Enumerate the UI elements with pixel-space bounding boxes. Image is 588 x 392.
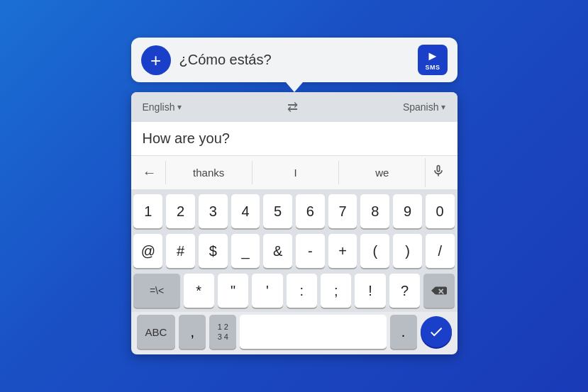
key-5[interactable]: 5 bbox=[263, 194, 292, 228]
key-3[interactable]: 3 bbox=[199, 194, 228, 228]
key-hash[interactable]: # bbox=[166, 234, 195, 268]
mic-button[interactable] bbox=[425, 158, 451, 187]
phone-ui: + ¿Cómo estás? ► SMS English ▾ ⇄ Spanish… bbox=[124, 38, 465, 354]
key-colon[interactable]: : bbox=[287, 274, 317, 308]
key-apostrophe[interactable]: ' bbox=[252, 274, 282, 308]
period-key[interactable]: . bbox=[390, 315, 417, 349]
abc-label: ABC bbox=[145, 326, 167, 338]
symbol-row-1: @ # $ _ & - + ( ) / bbox=[134, 234, 455, 268]
suggestion-1[interactable]: thanks bbox=[165, 161, 252, 184]
send-sms-button[interactable]: ► SMS bbox=[418, 45, 447, 75]
key-semicolon[interactable]: ; bbox=[321, 274, 351, 308]
bottom-row: ABC , 1 2 3 4 . bbox=[131, 312, 457, 354]
key-open-paren[interactable]: ( bbox=[360, 234, 389, 268]
add-button[interactable]: + bbox=[141, 45, 171, 75]
abc-key[interactable]: ABC bbox=[137, 315, 176, 349]
language-row: English ▾ ⇄ Spanish ▾ bbox=[131, 92, 457, 122]
source-language-label: English bbox=[143, 101, 175, 113]
key-quote[interactable]: " bbox=[218, 274, 248, 308]
plus-icon: + bbox=[150, 51, 161, 69]
swap-icon: ⇄ bbox=[287, 99, 298, 115]
swap-languages-button[interactable]: ⇄ bbox=[287, 99, 298, 115]
backspace-key[interactable] bbox=[423, 274, 454, 308]
suggestions-row: ← thanks I we bbox=[131, 156, 457, 190]
key-slash[interactable]: / bbox=[426, 234, 455, 268]
key-4[interactable]: 4 bbox=[231, 194, 260, 228]
key-7[interactable]: 7 bbox=[328, 194, 357, 228]
key-question[interactable]: ? bbox=[389, 274, 420, 308]
key-1[interactable]: 1 bbox=[133, 194, 162, 228]
backspace-suggestion-button[interactable]: ← bbox=[137, 159, 162, 186]
period-label: . bbox=[401, 324, 406, 340]
target-chevron-icon: ▾ bbox=[441, 102, 445, 112]
sms-bar: + ¿Cómo estás? ► SMS bbox=[131, 38, 457, 82]
key-underscore[interactable]: _ bbox=[231, 234, 260, 268]
symbol-row-2: =\< * " ' : ; ! ? bbox=[134, 274, 455, 308]
comma-key[interactable]: , bbox=[179, 315, 206, 349]
num-top: 1 2 bbox=[218, 322, 228, 332]
key-plus[interactable]: + bbox=[328, 234, 357, 268]
target-language-label: Spanish bbox=[403, 101, 439, 113]
key-ampersand[interactable]: & bbox=[263, 234, 292, 268]
key-0[interactable]: 0 bbox=[426, 194, 455, 228]
num-bot: 3 4 bbox=[218, 332, 228, 342]
key-at[interactable]: @ bbox=[133, 234, 162, 268]
target-language-selector[interactable]: Spanish ▾ bbox=[403, 101, 446, 113]
keyboard-panel: English ▾ ⇄ Spanish ▾ How are you? ← tha… bbox=[131, 92, 457, 354]
sms-label: SMS bbox=[425, 64, 440, 71]
num-key[interactable]: 1 2 3 4 bbox=[209, 315, 236, 349]
translate-input[interactable]: How are you? bbox=[131, 122, 457, 156]
send-arrow-icon: ► bbox=[426, 49, 439, 64]
source-language-selector[interactable]: English ▾ bbox=[143, 101, 182, 113]
source-chevron-icon: ▾ bbox=[177, 102, 182, 112]
space-key[interactable] bbox=[240, 315, 386, 349]
done-button[interactable] bbox=[421, 316, 452, 347]
key-8[interactable]: 8 bbox=[360, 194, 389, 228]
key-exclamation[interactable]: ! bbox=[355, 274, 385, 308]
key-2[interactable]: 2 bbox=[166, 194, 195, 228]
key-minus[interactable]: - bbox=[296, 234, 325, 268]
key-close-paren[interactable]: ) bbox=[393, 234, 422, 268]
comma-label: , bbox=[191, 324, 195, 340]
key-asterisk[interactable]: * bbox=[184, 274, 214, 308]
number-row: 1 2 3 4 5 6 7 8 9 0 bbox=[134, 194, 455, 228]
key-9[interactable]: 9 bbox=[393, 194, 422, 228]
key-dollar[interactable]: $ bbox=[199, 234, 228, 268]
sms-text: ¿Cómo estás? bbox=[179, 52, 410, 68]
key-equals-backslash[interactable]: =\< bbox=[133, 274, 179, 308]
suggestion-2[interactable]: I bbox=[252, 161, 338, 184]
suggestion-3[interactable]: we bbox=[338, 161, 425, 184]
key-6[interactable]: 6 bbox=[296, 194, 325, 228]
key-rows: 1 2 3 4 5 6 7 8 9 0 @ # $ _ & - + ( bbox=[131, 190, 457, 312]
